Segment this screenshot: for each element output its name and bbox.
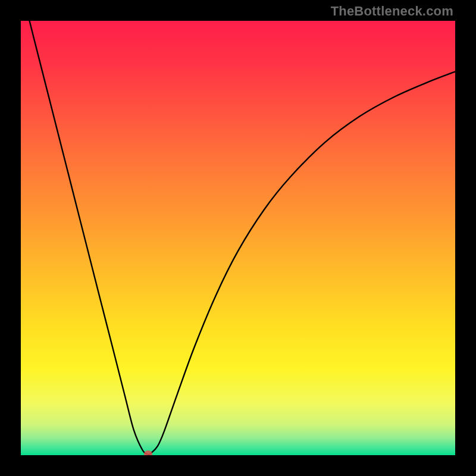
min-marker xyxy=(144,450,152,455)
plot-area xyxy=(21,21,455,455)
bottleneck-curve xyxy=(21,21,455,455)
watermark-label: TheBottleneck.com xyxy=(331,4,453,19)
chart-frame: TheBottleneck.com xyxy=(0,0,476,476)
